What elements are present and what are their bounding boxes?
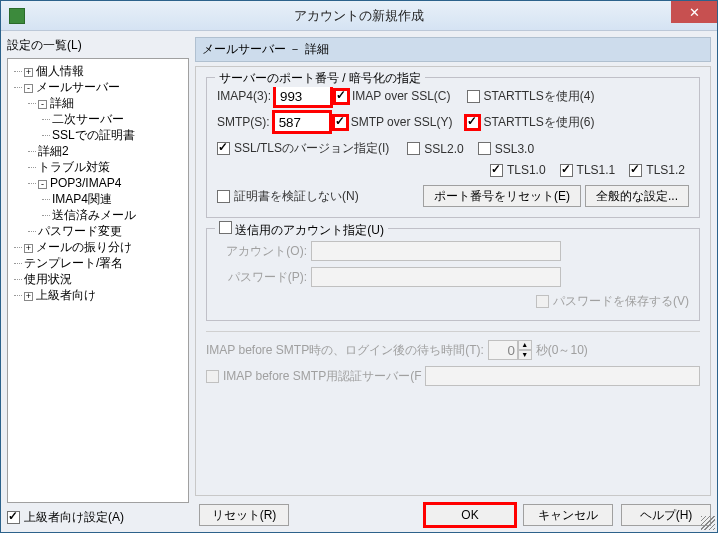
ssl-version-check[interactable] [217, 142, 230, 155]
settings-tree[interactable]: +個人情報 -メールサーバー -詳細 二次サーバー SSLでの証明書 詳細2 ト… [7, 58, 189, 503]
app-icon [9, 8, 25, 24]
no-cert-verify-check[interactable] [217, 190, 230, 203]
group-legend: サーバーのポート番号 / 暗号化の指定 [215, 70, 425, 87]
tls12-check[interactable] [629, 164, 642, 177]
separator [206, 331, 700, 332]
tree-item[interactable]: SSLでの証明書 [52, 127, 186, 143]
password-label: パスワード(P): [217, 269, 307, 286]
expand-icon[interactable]: + [24, 292, 33, 301]
reset-port-button[interactable]: ポート番号をリセット(E) [423, 185, 581, 207]
group-legend: 送信用のアカウント指定(U) [215, 221, 388, 239]
tree-item[interactable]: +上級者向け [24, 287, 186, 303]
imap-starttls-check[interactable] [467, 90, 480, 103]
ssl-version-label: SSL/TLSのバージョン指定(I) [234, 140, 389, 157]
section-title: メールサーバー － 詳細 [195, 37, 711, 62]
left-pane: 設定の一覧(L) +個人情報 -メールサーバー -詳細 二次サーバー SSLでの… [7, 37, 189, 526]
cancel-button[interactable]: キャンセル [523, 504, 613, 526]
advanced-settings-check[interactable]: 上級者向け設定(A) [7, 509, 189, 526]
resize-grip-icon[interactable] [701, 516, 715, 530]
tree-item[interactable]: テンプレート/署名 [24, 255, 186, 271]
wait-spinner[interactable]: ▲ ▼ [488, 340, 532, 360]
tree-item[interactable]: -POP3/IMAP4 IMAP4関連 送信済みメール [38, 175, 186, 223]
tree-item[interactable]: -メールサーバー -詳細 二次サーバー SSLでの証明書 詳細2 トラブル対策 … [24, 79, 186, 239]
dialog-buttons: リセット(R) OK キャンセル ヘルプ(H) [195, 504, 711, 526]
spinner-down-icon[interactable]: ▼ [518, 350, 532, 360]
general-settings-button[interactable]: 全般的な設定... [585, 185, 689, 207]
tree-item[interactable]: トラブル対策 [38, 159, 186, 175]
tree-label: 設定の一覧(L) [7, 37, 189, 54]
reset-button[interactable]: リセット(R) [199, 504, 289, 526]
smtp-starttls-label: STARTTLSを使用(6) [483, 114, 594, 131]
smtp-label: SMTP(S): [217, 115, 270, 129]
tree-item[interactable]: 送信済みメール [52, 207, 186, 223]
smtp-ssl-label: SMTP over SSL(Y) [351, 115, 453, 129]
dialog-window: アカウントの新規作成 ✕ 設定の一覧(L) +個人情報 -メールサーバー -詳細… [0, 0, 718, 533]
account-input [311, 241, 561, 261]
right-pane: メールサーバー － 詳細 サーバーのポート番号 / 暗号化の指定 IMAP4(3… [195, 37, 711, 526]
smtp-ssl-check[interactable] [334, 116, 347, 129]
help-button[interactable]: ヘルプ(H) [621, 504, 711, 526]
expand-icon[interactable]: + [24, 244, 33, 253]
collapse-icon[interactable]: - [38, 100, 47, 109]
imap-ssl-check[interactable] [335, 90, 348, 103]
tree-item[interactable]: 二次サーバー [52, 111, 186, 127]
save-password-check [536, 295, 549, 308]
account-label: アカウント(O): [217, 243, 307, 260]
imap-before-wait-label: IMAP before SMTP時の、ログイン後の待ち時間(T): [206, 342, 484, 359]
tree-item[interactable]: +メールの振り分け [24, 239, 186, 255]
smtp-port-input[interactable] [274, 112, 330, 132]
smtp-starttls-check[interactable] [466, 116, 479, 129]
imap-label: IMAP4(3): [217, 89, 271, 103]
tree-item[interactable]: 詳細2 [38, 143, 186, 159]
wait-value [488, 340, 518, 360]
imap-before-auth-label: IMAP before SMTP用認証サーバー(F [223, 368, 421, 385]
imap-ssl-label: IMAP over SSL(C) [352, 89, 450, 103]
tree-item[interactable]: 使用状況 [24, 271, 186, 287]
tls11-check[interactable] [560, 164, 573, 177]
ssl30-check[interactable] [478, 142, 491, 155]
imap-port-input[interactable] [275, 86, 331, 106]
imap-before-auth-input [425, 366, 700, 386]
ok-button[interactable]: OK [425, 504, 515, 526]
content-area: サーバーのポート番号 / 暗号化の指定 IMAP4(3): IMAP over … [195, 66, 711, 496]
titlebar: アカウントの新規作成 ✕ [1, 1, 717, 31]
collapse-icon[interactable]: - [24, 84, 33, 93]
window-title: アカウントの新規作成 [294, 7, 424, 25]
port-encryption-group: サーバーのポート番号 / 暗号化の指定 IMAP4(3): IMAP over … [206, 77, 700, 218]
expand-icon[interactable]: + [24, 68, 33, 77]
imap-before-auth-check [206, 370, 219, 383]
advanced-checkbox[interactable] [7, 511, 20, 524]
send-account-group: 送信用のアカウント指定(U) アカウント(O): パスワード(P): パスワード… [206, 228, 700, 321]
tree-item[interactable]: パスワード変更 [38, 223, 186, 239]
password-input [311, 267, 561, 287]
tree-item[interactable]: IMAP4関連 [52, 191, 186, 207]
close-icon: ✕ [689, 5, 700, 20]
collapse-icon[interactable]: - [38, 180, 47, 189]
tls10-check[interactable] [490, 164, 503, 177]
ssl20-check[interactable] [407, 142, 420, 155]
send-account-check[interactable] [219, 221, 232, 234]
spinner-up-icon[interactable]: ▲ [518, 340, 532, 350]
close-button[interactable]: ✕ [671, 1, 717, 23]
tree-item[interactable]: -詳細 二次サーバー SSLでの証明書 [38, 95, 186, 143]
imap-starttls-label: STARTTLSを使用(4) [484, 88, 595, 105]
tree-item[interactable]: +個人情報 [24, 63, 186, 79]
